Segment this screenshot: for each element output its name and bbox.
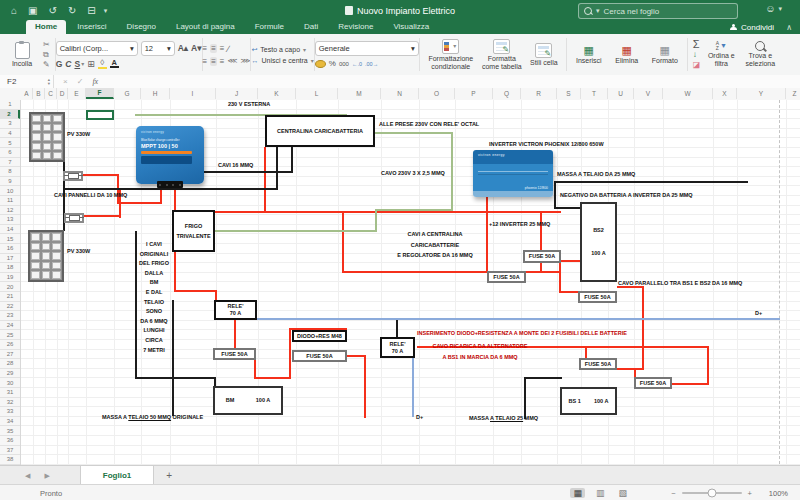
row-header-34[interactable]: 34 [0, 417, 20, 427]
share-button[interactable]: Condividi [730, 23, 774, 32]
column-header-U[interactable]: U [608, 88, 634, 99]
column-header-A[interactable]: A [21, 88, 33, 99]
column-header-G[interactable]: G [114, 88, 141, 99]
row-header-25[interactable]: 25 [0, 330, 20, 340]
name-box[interactable]: F2 ▴▾ [0, 75, 54, 88]
row-header-1[interactable]: 1 [0, 100, 20, 110]
row-header-18[interactable]: 18 [0, 263, 20, 273]
add-sheet-button[interactable]: + [154, 466, 184, 485]
tab-dati[interactable]: Dati [295, 20, 327, 34]
column-header-M[interactable]: M [338, 88, 381, 99]
search-caret-icon[interactable]: ▾ [596, 7, 600, 15]
tab-layout-di-pagina[interactable]: Layout di pagina [167, 20, 244, 34]
find-select-button[interactable]: Trova e seleziona [742, 41, 778, 67]
fill-color-icon[interactable]: ◊ [98, 59, 107, 69]
tab-disegno[interactable]: Disegno [118, 20, 165, 34]
row-header-10[interactable]: 10 [0, 186, 20, 196]
conditional-formatting-button[interactable]: Formattazione condizionale [425, 39, 477, 70]
column-header-C[interactable]: C [45, 88, 57, 99]
row-header-33[interactable]: 33 [0, 407, 20, 417]
row-header-15[interactable]: 15 [0, 234, 20, 244]
wrap-text-button[interactable]: Testo a capo [260, 46, 300, 53]
row-header-7[interactable]: 7 [0, 158, 20, 168]
home-icon[interactable]: ⌂ [11, 5, 17, 16]
increase-font-icon[interactable]: A▴ [178, 43, 188, 53]
orientation-icon[interactable]: ∕ [228, 44, 230, 54]
row-header-28[interactable]: 28 [0, 359, 20, 369]
row-header-3[interactable]: 3 [0, 119, 20, 129]
tab-visualizza[interactable]: Visualizza [384, 20, 438, 34]
column-header-Z[interactable]: Z [786, 88, 800, 99]
percent-icon[interactable]: % [329, 59, 336, 68]
delete-cells-button[interactable]: ▦ Elimina [610, 45, 644, 65]
save-icon[interactable]: ▣ [28, 5, 37, 16]
row-header-36[interactable]: 36 [0, 436, 20, 446]
font-color-icon[interactable]: A [110, 59, 119, 69]
column-header-H[interactable]: H [141, 88, 170, 99]
align-center-icon[interactable]: ≡ [210, 57, 217, 66]
column-header-J[interactable]: J [216, 88, 258, 99]
row-header-20[interactable]: 20 [0, 282, 20, 292]
row-header-26[interactable]: 26 [0, 340, 20, 350]
column-header-D[interactable]: D [57, 88, 68, 99]
collapse-ribbon-icon[interactable]: ∧ [786, 23, 792, 32]
row-header-17[interactable]: 17 [0, 254, 20, 264]
format-as-table-button[interactable]: Formatta come tabella [481, 39, 523, 70]
row-header-2[interactable]: 2 [0, 110, 20, 120]
increase-indent-icon[interactable]: ⋙ [241, 57, 251, 65]
row-header-8[interactable]: 8 [0, 167, 20, 177]
fill-down-icon[interactable]: ↓ [693, 50, 701, 59]
column-header-L[interactable]: L [296, 88, 338, 99]
autosum-icon[interactable]: Σ [693, 40, 701, 49]
align-top-icon[interactable]: ≡ [203, 44, 208, 53]
normal-view-icon[interactable]: ▦ [570, 488, 585, 498]
next-sheet-icon[interactable]: ▶ [44, 472, 49, 480]
column-header-V[interactable]: V [634, 88, 663, 99]
cancel-icon[interactable]: × [63, 77, 68, 86]
currency-icon[interactable] [315, 60, 326, 68]
decrease-font-icon[interactable]: A▾ [191, 43, 201, 53]
row-header-22[interactable]: 22 [0, 302, 20, 312]
column-header-Y[interactable]: Y [737, 88, 786, 99]
page-break-view-icon[interactable]: ▧ [615, 488, 630, 498]
search-input[interactable]: ▾ Cerca nel foglio [578, 3, 738, 19]
format-cells-button[interactable]: ▦ Formato [648, 45, 682, 65]
toolbar-caret-icon[interactable]: ▾ [104, 7, 108, 15]
column-header-O[interactable]: O [419, 88, 455, 99]
cell-styles-button[interactable]: Stili cella [527, 43, 561, 67]
align-bottom-icon[interactable]: ≡ [220, 44, 225, 53]
redo-icon[interactable]: ↻ [68, 5, 76, 16]
number-format-select[interactable]: Generale▾ [315, 41, 419, 56]
row-header-31[interactable]: 31 [0, 388, 20, 398]
column-header-E[interactable]: E [68, 88, 86, 99]
feedback-button[interactable]: ☺ ▾ [765, 3, 782, 14]
column-header-R[interactable]: R [521, 88, 557, 99]
row-header-27[interactable]: 27 [0, 350, 20, 360]
italic-button[interactable]: C [65, 59, 71, 69]
insert-cells-button[interactable]: ▦ Inserisci [572, 45, 606, 65]
paste-button[interactable]: Incolla [5, 42, 39, 68]
column-header-T[interactable]: T [581, 88, 608, 99]
decrease-indent-icon[interactable]: ⋘ [228, 57, 238, 65]
align-middle-icon[interactable]: ≡ [210, 44, 217, 53]
prev-sheet-icon[interactable]: ◀ [25, 472, 30, 480]
tab-inserisci[interactable]: Inserisci [68, 20, 115, 34]
undo-icon[interactable]: ↺ [49, 5, 57, 16]
row-header-5[interactable]: 5 [0, 138, 20, 148]
row-header-14[interactable]: 14 [0, 225, 20, 235]
column-header-X[interactable]: X [713, 88, 737, 99]
row-header-38[interactable]: 38 [0, 455, 20, 465]
column-header-W[interactable]: W [663, 88, 713, 99]
sheet-grid[interactable] [21, 100, 800, 465]
column-header-Q[interactable]: Q [493, 88, 521, 99]
row-header-19[interactable]: 19 [0, 273, 20, 283]
c​ut-icon[interactable]: ✂ [43, 40, 50, 49]
column-header-K[interactable]: K [258, 88, 296, 99]
increase-decimal-icon[interactable]: ←.0 [352, 61, 362, 67]
row-header-21[interactable]: 21 [0, 292, 20, 302]
format-painter-icon[interactable]: ✎ [43, 60, 50, 69]
thousands-icon[interactable]: 000 [339, 61, 349, 67]
row-header-30[interactable]: 30 [0, 378, 20, 388]
borders-icon[interactable]: ⊞ [87, 59, 95, 69]
row-header-9[interactable]: 9 [0, 177, 20, 187]
